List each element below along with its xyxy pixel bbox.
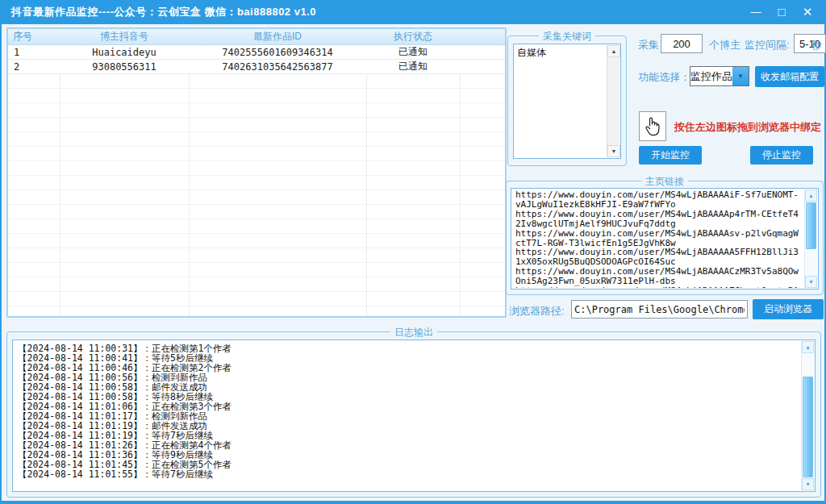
drag-hint-text: 按住左边图标拖到浏览器中绑定 bbox=[674, 120, 821, 135]
keywords-input[interactable]: 自媒体 ▲ ▼ bbox=[513, 44, 621, 159]
title-bar: 抖音最新作品监控----公众号：云创宝盒 微信：bai888802 v1.0 —… bbox=[0, 0, 826, 24]
cell-status: 已通知 bbox=[366, 60, 460, 73]
log-line-list: 【2024-08-14 11:00:31】：正在检测第1个作者 【2024-08… bbox=[18, 344, 799, 489]
log-scrollbar[interactable]: ▲ ▼ bbox=[801, 341, 814, 490]
links-group-label: 主页链接 bbox=[641, 175, 688, 189]
email-config-button[interactable]: 收发邮箱配置 bbox=[755, 66, 824, 87]
keywords-group-label: 采集关键词 bbox=[539, 30, 595, 44]
log-group: 日志输出 【2024-08-14 11:00:31】：正在检测第1个作者 【20… bbox=[6, 331, 821, 498]
browser-path-input[interactable] bbox=[571, 300, 748, 319]
log-line: 【2024-08-14 11:01:55】：等待7秒后继续 bbox=[18, 469, 799, 479]
links-url-list: https://www.douyin.com/user/MS4wLjABAAAA… bbox=[515, 190, 802, 288]
start-monitor-button[interactable]: 开始监控 bbox=[639, 146, 702, 165]
function-select[interactable]: 监控作品 ▼ bbox=[690, 66, 749, 86]
window-controls: — □ ✕ bbox=[749, 5, 826, 19]
scroll-up-icon[interactable]: ▲ bbox=[802, 341, 814, 353]
links-scrollbar[interactable]: ▲ ▼ bbox=[804, 190, 817, 288]
cell-index: 1 bbox=[8, 45, 60, 59]
links-textarea[interactable]: https://www.douyin.com/user/MS4wLjABAAAA… bbox=[511, 188, 819, 289]
interval-unit-label: 秒 bbox=[811, 38, 822, 52]
scroll-down-icon[interactable]: ▼ bbox=[805, 276, 817, 288]
keywords-scrollbar[interactable]: ▲ ▼ bbox=[607, 45, 620, 157]
hand-pointer-icon bbox=[643, 116, 662, 137]
table-row[interactable]: 1 Huaicaideyu 7402555601609346314 已通知 bbox=[8, 45, 505, 60]
link-url: https://www.douyin.com/user/MS4wLjABAAAA… bbox=[515, 248, 802, 267]
app-window: 抖音最新作品监控----公众号：云创宝盒 微信：bai888802 v1.0 —… bbox=[0, 0, 826, 504]
function-selected-value: 监控作品 bbox=[690, 67, 732, 85]
table-gridline bbox=[189, 45, 190, 316]
log-textarea[interactable]: 【2024-08-14 11:00:31】：正在检测第1个作者 【2024-08… bbox=[12, 339, 816, 492]
cell-index: 2 bbox=[8, 60, 60, 73]
scroll-up-icon[interactable]: ▲ bbox=[805, 190, 817, 202]
log-group-label: 日志输出 bbox=[390, 326, 437, 339]
scrollbar-thumb[interactable] bbox=[806, 202, 816, 249]
cell-status: 已通知 bbox=[366, 45, 460, 59]
collect-suffix-label: 个博主 bbox=[709, 38, 740, 52]
link-url: https://www.douyin.com/user/MS4wLjABAAAA… bbox=[515, 210, 802, 229]
scroll-down-icon[interactable]: ▼ bbox=[802, 478, 814, 490]
cell-workid: 7402555601609346314 bbox=[189, 45, 366, 59]
works-table: 序号 博主抖音号 最新作品ID 执行状态 1 Huaicaideyu 74025… bbox=[6, 27, 507, 318]
minimize-button[interactable]: — bbox=[749, 5, 763, 19]
cell-account: 93080556311 bbox=[60, 60, 189, 73]
table-row[interactable]: 2 93080556311 7402631035642563877 已通知 bbox=[8, 60, 505, 74]
links-group: 主页链接 https://www.douyin.com/user/MS4wLjA… bbox=[506, 181, 824, 295]
table-gridline bbox=[366, 45, 367, 316]
scrollbar-thumb[interactable] bbox=[803, 377, 813, 477]
column-header-status[interactable]: 执行状态 bbox=[366, 29, 460, 44]
stop-monitor-button[interactable]: 停止监控 bbox=[750, 146, 813, 165]
table-header: 序号 博主抖音号 最新作品ID 执行状态 bbox=[8, 29, 505, 45]
column-header-account[interactable]: 博主抖音号 bbox=[60, 29, 189, 44]
link-url: https://www.douyin.com/user/MS4wLjABAAAA… bbox=[515, 229, 802, 248]
cell-workid: 7402631035642563877 bbox=[189, 60, 366, 73]
scroll-up-icon[interactable]: ▲ bbox=[607, 45, 620, 57]
collect-count-input[interactable] bbox=[661, 34, 703, 53]
table-body: 1 Huaicaideyu 7402555601609346314 已通知 2 … bbox=[8, 45, 505, 316]
link-url: https://www.douyin.com/user/MS4wLjABAAAA… bbox=[515, 286, 802, 288]
column-header-index[interactable]: 序号 bbox=[8, 29, 60, 44]
keywords-group: 采集关键词 自媒体 ▲ ▼ bbox=[507, 35, 627, 166]
chevron-down-icon: ▼ bbox=[732, 67, 749, 85]
close-button[interactable]: ✕ bbox=[800, 5, 815, 19]
cell-account: Huaicaideyu bbox=[60, 45, 189, 59]
link-url: https://www.douyin.com/user/MS4wLjABAAAA… bbox=[515, 267, 802, 286]
function-label: 功能选择： bbox=[638, 70, 690, 85]
link-url: https://www.douyin.com/user/MS4wLjABAAAA… bbox=[515, 190, 802, 210]
column-header-workid[interactable]: 最新作品ID bbox=[189, 29, 366, 44]
drag-bind-handle[interactable] bbox=[639, 111, 666, 141]
window-title: 抖音最新作品监控----公众号：云创宝盒 微信：bai888802 v1.0 bbox=[0, 5, 316, 19]
scroll-down-icon[interactable]: ▼ bbox=[607, 145, 620, 157]
table-gridline bbox=[60, 45, 60, 316]
interval-label: 监控间隔: bbox=[745, 38, 790, 52]
launch-browser-button[interactable]: 启动浏览器 bbox=[753, 299, 824, 319]
table-gridline bbox=[460, 45, 461, 316]
keywords-value: 自媒体 bbox=[517, 46, 606, 60]
maximize-button[interactable]: □ bbox=[774, 5, 789, 19]
window-content: 序号 博主抖音号 最新作品ID 执行状态 1 Huaicaideyu 74025… bbox=[2, 24, 824, 501]
collect-label: 采集 bbox=[638, 38, 659, 52]
browser-path-label: 浏览器路径: bbox=[509, 304, 565, 319]
